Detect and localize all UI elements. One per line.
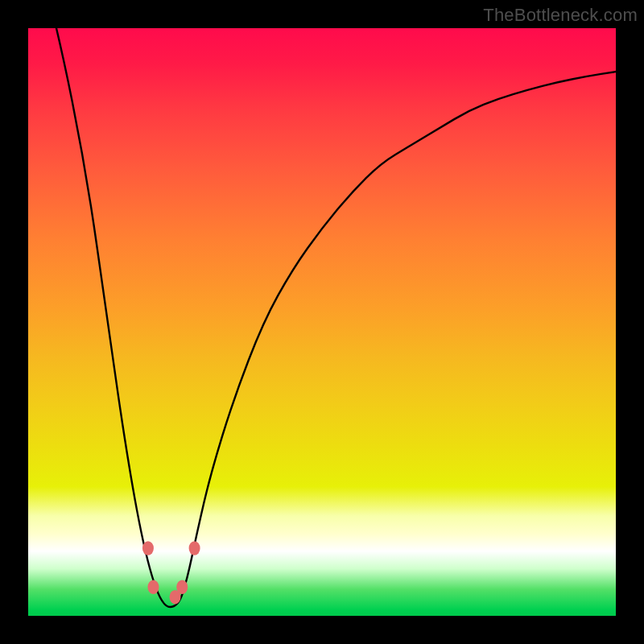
curve-marker [142,541,154,555]
curve-marker [189,541,200,555]
curve-marker [147,580,159,594]
watermark-label: TheBottleneck.com [483,5,638,26]
chart-container: TheBottleneck.com [0,0,644,644]
plot-area [28,28,616,616]
curve-svg [28,28,616,616]
curve-marker [176,580,188,594]
bottleneck-curve [28,28,616,607]
